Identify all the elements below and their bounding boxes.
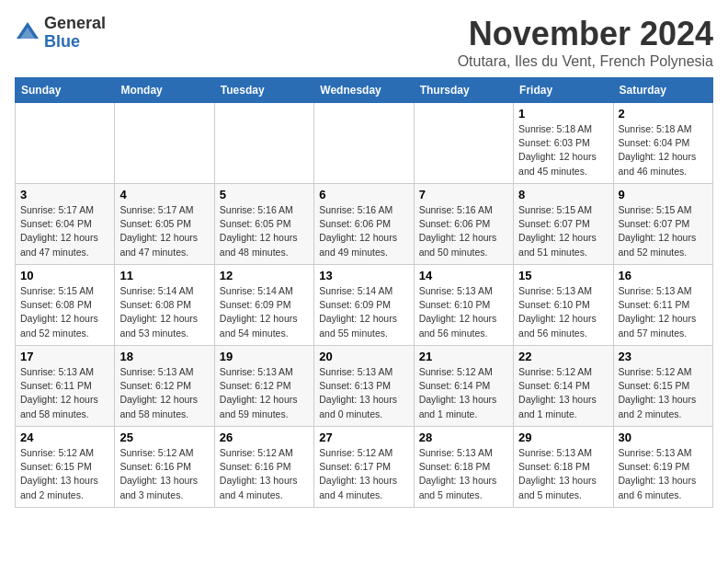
day-number: 19 xyxy=(220,350,309,363)
day-info: Sunrise: 5:15 AM Sunset: 6:08 PM Dayligh… xyxy=(20,284,109,340)
calendar-cell: 26Sunrise: 5:12 AM Sunset: 6:16 PM Dayli… xyxy=(214,427,313,508)
day-number: 23 xyxy=(619,350,708,363)
calendar-cell: 16Sunrise: 5:13 AM Sunset: 6:11 PM Dayli… xyxy=(613,265,712,346)
calendar-cell: 22Sunrise: 5:12 AM Sunset: 6:14 PM Dayli… xyxy=(514,346,613,427)
day-info: Sunrise: 5:12 AM Sunset: 6:14 PM Dayligh… xyxy=(518,365,608,421)
day-number: 11 xyxy=(119,269,209,282)
day-number: 7 xyxy=(419,188,508,201)
calendar-cell: 3Sunrise: 5:17 AM Sunset: 6:04 PM Daylig… xyxy=(16,184,115,265)
day-number: 6 xyxy=(319,188,408,201)
calendar-table: SundayMondayTuesdayWednesdayThursdayFrid… xyxy=(15,77,713,508)
day-info: Sunrise: 5:14 AM Sunset: 6:09 PM Dayligh… xyxy=(220,284,309,340)
day-of-week-header: Friday xyxy=(514,78,613,103)
location-subtitle: Otutara, Iles du Vent, French Polynesia xyxy=(458,53,713,70)
logo-blue: Blue xyxy=(44,33,106,52)
calendar-header: SundayMondayTuesdayWednesdayThursdayFrid… xyxy=(16,78,713,103)
day-info: Sunrise: 5:16 AM Sunset: 6:05 PM Dayligh… xyxy=(220,203,309,259)
day-info: Sunrise: 5:17 AM Sunset: 6:04 PM Dayligh… xyxy=(20,203,109,259)
calendar-cell: 10Sunrise: 5:15 AM Sunset: 6:08 PM Dayli… xyxy=(16,265,115,346)
day-number: 24 xyxy=(20,431,109,444)
header-row: SundayMondayTuesdayWednesdayThursdayFrid… xyxy=(16,78,713,103)
day-info: Sunrise: 5:12 AM Sunset: 6:16 PM Dayligh… xyxy=(220,446,309,502)
day-of-week-header: Wednesday xyxy=(314,78,414,103)
calendar-cell: 13Sunrise: 5:14 AM Sunset: 6:09 PM Dayli… xyxy=(314,265,414,346)
day-info: Sunrise: 5:13 AM Sunset: 6:12 PM Dayligh… xyxy=(220,365,309,421)
calendar-cell xyxy=(314,103,414,184)
day-number: 25 xyxy=(119,431,209,444)
day-of-week-header: Monday xyxy=(115,78,214,103)
calendar-cell: 2Sunrise: 5:18 AM Sunset: 6:04 PM Daylig… xyxy=(613,103,712,184)
day-number: 29 xyxy=(518,431,608,444)
logo: General Blue xyxy=(15,15,106,52)
calendar-week-row: 3Sunrise: 5:17 AM Sunset: 6:04 PM Daylig… xyxy=(16,184,713,265)
day-info: Sunrise: 5:18 AM Sunset: 6:04 PM Dayligh… xyxy=(619,122,708,178)
day-info: Sunrise: 5:12 AM Sunset: 6:16 PM Dayligh… xyxy=(119,446,209,502)
day-info: Sunrise: 5:13 AM Sunset: 6:19 PM Dayligh… xyxy=(619,446,708,502)
calendar-cell: 9Sunrise: 5:15 AM Sunset: 6:07 PM Daylig… xyxy=(613,184,712,265)
calendar-cell: 27Sunrise: 5:12 AM Sunset: 6:17 PM Dayli… xyxy=(314,427,414,508)
calendar-week-row: 24Sunrise: 5:12 AM Sunset: 6:15 PM Dayli… xyxy=(16,427,713,508)
day-of-week-header: Thursday xyxy=(414,78,513,103)
day-info: Sunrise: 5:14 AM Sunset: 6:09 PM Dayligh… xyxy=(319,284,408,340)
calendar-cell xyxy=(414,103,513,184)
calendar-cell: 8Sunrise: 5:15 AM Sunset: 6:07 PM Daylig… xyxy=(514,184,613,265)
day-number: 26 xyxy=(220,431,309,444)
calendar-cell: 6Sunrise: 5:16 AM Sunset: 6:06 PM Daylig… xyxy=(314,184,414,265)
day-info: Sunrise: 5:14 AM Sunset: 6:08 PM Dayligh… xyxy=(119,284,209,340)
day-number: 14 xyxy=(419,269,508,282)
day-number: 13 xyxy=(319,269,408,282)
day-number: 3 xyxy=(20,188,109,201)
day-number: 15 xyxy=(518,269,608,282)
day-info: Sunrise: 5:13 AM Sunset: 6:10 PM Dayligh… xyxy=(518,284,608,340)
day-of-week-header: Tuesday xyxy=(214,78,313,103)
day-info: Sunrise: 5:18 AM Sunset: 6:03 PM Dayligh… xyxy=(518,122,608,178)
day-number: 21 xyxy=(419,350,508,363)
calendar-cell: 18Sunrise: 5:13 AM Sunset: 6:12 PM Dayli… xyxy=(115,346,214,427)
day-of-week-header: Saturday xyxy=(613,78,712,103)
day-info: Sunrise: 5:12 AM Sunset: 6:17 PM Dayligh… xyxy=(319,446,408,502)
day-number: 17 xyxy=(20,350,109,363)
day-info: Sunrise: 5:16 AM Sunset: 6:06 PM Dayligh… xyxy=(319,203,408,259)
day-info: Sunrise: 5:15 AM Sunset: 6:07 PM Dayligh… xyxy=(619,203,708,259)
calendar-cell: 29Sunrise: 5:13 AM Sunset: 6:18 PM Dayli… xyxy=(514,427,613,508)
calendar-cell: 17Sunrise: 5:13 AM Sunset: 6:11 PM Dayli… xyxy=(16,346,115,427)
calendar-cell: 21Sunrise: 5:12 AM Sunset: 6:14 PM Dayli… xyxy=(414,346,513,427)
day-number: 10 xyxy=(20,269,109,282)
title-section: November 2024 Otutara, Iles du Vent, Fre… xyxy=(458,15,713,70)
day-number: 8 xyxy=(518,188,608,201)
calendar-cell: 11Sunrise: 5:14 AM Sunset: 6:08 PM Dayli… xyxy=(115,265,214,346)
calendar-cell: 5Sunrise: 5:16 AM Sunset: 6:05 PM Daylig… xyxy=(214,184,313,265)
logo-general: General xyxy=(44,15,106,33)
calendar-cell: 15Sunrise: 5:13 AM Sunset: 6:10 PM Dayli… xyxy=(514,265,613,346)
day-info: Sunrise: 5:12 AM Sunset: 6:15 PM Dayligh… xyxy=(20,446,109,502)
calendar-cell xyxy=(115,103,214,184)
day-info: Sunrise: 5:13 AM Sunset: 6:12 PM Dayligh… xyxy=(119,365,209,421)
calendar-week-row: 1Sunrise: 5:18 AM Sunset: 6:03 PM Daylig… xyxy=(16,103,713,184)
calendar-cell xyxy=(214,103,313,184)
logo-icon xyxy=(15,20,40,46)
calendar-body: 1Sunrise: 5:18 AM Sunset: 6:03 PM Daylig… xyxy=(16,103,713,508)
month-title: November 2024 xyxy=(458,15,713,53)
day-number: 2 xyxy=(619,107,708,121)
day-number: 28 xyxy=(419,431,508,444)
calendar-cell: 25Sunrise: 5:12 AM Sunset: 6:16 PM Dayli… xyxy=(115,427,214,508)
calendar-cell xyxy=(16,103,115,184)
day-number: 4 xyxy=(119,188,209,201)
day-info: Sunrise: 5:13 AM Sunset: 6:11 PM Dayligh… xyxy=(619,284,708,340)
day-number: 18 xyxy=(119,350,209,363)
day-number: 12 xyxy=(220,269,309,282)
day-info: Sunrise: 5:15 AM Sunset: 6:07 PM Dayligh… xyxy=(518,203,608,259)
day-number: 30 xyxy=(619,431,708,444)
calendar-cell: 1Sunrise: 5:18 AM Sunset: 6:03 PM Daylig… xyxy=(514,103,613,184)
calendar-cell: 30Sunrise: 5:13 AM Sunset: 6:19 PM Dayli… xyxy=(613,427,712,508)
day-info: Sunrise: 5:13 AM Sunset: 6:10 PM Dayligh… xyxy=(419,284,508,340)
calendar-cell: 7Sunrise: 5:16 AM Sunset: 6:06 PM Daylig… xyxy=(414,184,513,265)
calendar-cell: 14Sunrise: 5:13 AM Sunset: 6:10 PM Dayli… xyxy=(414,265,513,346)
day-info: Sunrise: 5:16 AM Sunset: 6:06 PM Dayligh… xyxy=(419,203,508,259)
day-info: Sunrise: 5:13 AM Sunset: 6:18 PM Dayligh… xyxy=(518,446,608,502)
day-number: 20 xyxy=(319,350,408,363)
calendar-cell: 19Sunrise: 5:13 AM Sunset: 6:12 PM Dayli… xyxy=(214,346,313,427)
calendar-week-row: 17Sunrise: 5:13 AM Sunset: 6:11 PM Dayli… xyxy=(16,346,713,427)
day-number: 1 xyxy=(518,107,608,121)
calendar-week-row: 10Sunrise: 5:15 AM Sunset: 6:08 PM Dayli… xyxy=(16,265,713,346)
